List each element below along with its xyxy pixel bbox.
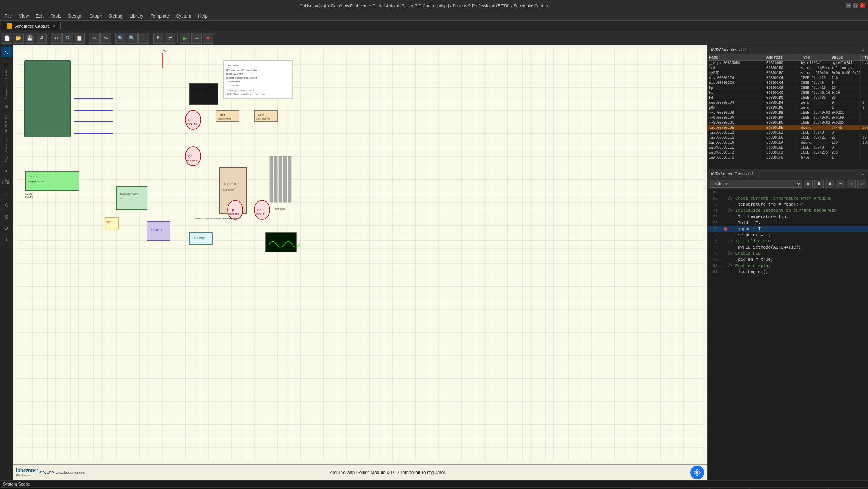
debug-step-button[interactable]: ⇥ [191,33,202,44]
variable-row-11[interactable]: myOu008001DA 008001DA IEEE float0x01FD 0… [708,115,868,120]
variable-row-1[interactable]: lcd 008001B0 struct LiqFormat (-1) not_v… [708,65,868,70]
variable-row-12[interactable]: mySe008001DC 008001DC IEEE float0x0205 0… [708,120,868,125]
label-tool[interactable]: LBL [1,177,12,188]
debug-stop-button[interactable]: ■ [203,33,213,44]
new-button[interactable]: 📄 [2,33,12,44]
source-file-select[interactable]: main.ino [709,180,802,188]
zoom-out-button[interactable]: 🔍 [127,33,138,44]
symbol-tool[interactable]: S [1,211,12,222]
logo-sub: Electronics [16,474,38,477]
menu-view[interactable]: View [16,13,32,20]
menu-library[interactable]: Library [126,13,147,20]
menu-system[interactable]: System [173,13,194,20]
copy-button[interactable]: ⎘ [62,33,73,44]
rotate-cw-tool[interactable]: ⟳ [1,223,12,234]
var-address-7: 008001D0 [765,95,799,100]
debug-run-button[interactable]: ▶ [180,33,190,44]
menu-design[interactable]: Design [65,13,85,20]
menu-template[interactable]: Template [147,13,172,20]
source-btn-5[interactable]: ↘ [847,180,856,188]
variable-row-16[interactable]: Samp008001EA 008001EA dword 100 100 [708,140,868,145]
menu-graph[interactable]: Graph [86,13,105,20]
zoom-fit-button[interactable]: ⛶ [138,33,149,44]
text-tool[interactable]: A [1,200,12,211]
variables-panel-title: AVR\Variables - U1 [711,47,747,52]
var-address-1: 008001B0 [765,65,799,70]
add-button[interactable]: + [1,234,12,245]
var-name-16: Samp008001EA [708,140,765,145]
variable-row-5[interactable]: kp 008001C8 IEEE float10 10 [708,85,868,90]
var-address-15: 008001E6 [765,135,799,140]
schematic-canvas[interactable]: Arduino 328 T = 22 C Setpoint = 22 C LCD… [17,49,703,461]
tab-schematic-capture[interactable]: Schematic Capture ✕ [2,22,61,30]
var-prev-7 [861,95,868,100]
variable-row-7[interactable]: kd 008001D0 IEEE float30 30 [708,95,868,100]
bus-tool[interactable]: ≡ [1,188,12,199]
minimize-button[interactable]: ─ [846,3,851,8]
rotate-button[interactable]: ↻ [153,33,164,44]
undo-button[interactable]: ↩ [89,33,100,44]
source-btn-2[interactable]: ⏸ [814,180,824,188]
open-button[interactable]: 📂 [13,33,24,44]
close-button[interactable]: ✕ [860,3,865,8]
source-btn-4[interactable]: ⇥ [836,180,845,188]
source-btn-6[interactable]: ↗ [857,180,866,188]
maximize-button[interactable]: □ [853,3,858,8]
schematic-area[interactable]: Arduino 328 T = 22 C Setpoint = 22 C LCD… [13,45,707,480]
menu-file[interactable]: File [2,13,15,20]
devices-tool[interactable]: ⊞ [1,101,12,112]
component-tool[interactable]: □ [1,58,12,69]
variable-row-14[interactable]: last008001E2 008001E2 IEEE float0 0 [708,130,868,135]
variable-row-2[interactable]: myPID 008001BC struct PIDx00 0x00 0x00 0… [708,70,868,75]
svg-point-7 [185,110,201,129]
svg-point-31 [228,200,243,219]
variable-row-18[interactable]: outM008001F2 008001F2 IEEE float255 255 [708,150,868,155]
tab-close-button[interactable]: ✕ [52,24,56,28]
line-number-75: 75 [708,233,721,237]
source-btn-1[interactable]: ▶ [804,180,813,188]
menu-tools[interactable]: Tools [47,13,64,20]
menu-debug[interactable]: Debug [106,13,126,20]
variable-row-3[interactable]: disp008001C4 008001C4 IEEE float10 1.6 [708,75,868,80]
svg-text:Commands:: Commands: [226,64,239,67]
var-type-7: IEEE float30 [799,95,830,100]
mirror-button[interactable]: ⇄ [165,33,175,44]
line-number-76: 76 [708,239,721,244]
source-close-button[interactable]: ✕ [861,171,865,177]
print-button[interactable]: 🖨 [36,33,47,44]
code-editor[interactable]: 68 69 // Check current Temperature when … [708,189,868,480]
wire-tool[interactable]: ╱ [1,154,12,165]
svg-text:PCF8574: PCF8574 [151,229,162,231]
var-type-4: IEEE float3 [799,80,830,85]
toolbar-sep-2 [87,34,87,43]
zoom-in-button[interactable]: 🔍 [115,33,126,44]
junction-tool[interactable]: • [1,165,12,176]
variable-row-17[interactable]: outM008001EE 008001EE IEEE float0 0 [708,145,868,150]
variable-row-13[interactable]: last008001DE 008001DE dword 74446 52703 [708,125,868,130]
variable-row-0[interactable]: __eepro008100B0 008100B0 byte[1024] byte… [708,61,868,65]
var-name-9: pOn [708,105,765,110]
save-button[interactable]: 💾 [25,33,35,44]
redo-button[interactable]: ↪ [100,33,111,44]
line-number-77: 77 [708,245,721,250]
logo-url: www.labcenter.com [56,471,86,474]
paste-button[interactable]: 📋 [74,33,85,44]
variables-close-button[interactable]: ✕ [861,47,865,52]
var-name-12: mySe008001DC [708,120,765,125]
line-number-74: 74 [708,227,721,231]
variable-row-19[interactable]: inAu008001F6 008001F6 byte 1 [708,155,868,160]
menu-edit[interactable]: Edit [33,13,47,20]
variables-table[interactable]: Name Address Type Value Previous Value _… [708,54,868,168]
variable-row-6[interactable]: ki 008001CC IEEE float0.16 0.16 [708,90,868,95]
variable-row-10[interactable]: myIn008001D8 008001D8 IEEE float0x0201 0… [708,110,868,115]
pointer-tool[interactable]: ↖ [1,47,12,57]
source-btn-3[interactable]: ⏹ [825,180,834,188]
variable-row-8[interactable]: cont008001D4 008001D4 word 0 0 [708,100,868,105]
var-value-1: (-1) not_va [830,65,861,70]
menu-help[interactable]: Help [195,13,211,20]
variable-row-4[interactable]: disp008001C4 008001C4 IEEE float3 3 [708,80,868,85]
variable-row-15[interactable]: last008001E6 008001E6 IEEE float22 22 22 [708,135,868,140]
code-line-80: 80 // Enable display [708,263,868,269]
variable-row-9[interactable]: pOn 008001D6 word 1 1 [708,105,868,110]
cut-button[interactable]: ✂ [51,33,62,44]
